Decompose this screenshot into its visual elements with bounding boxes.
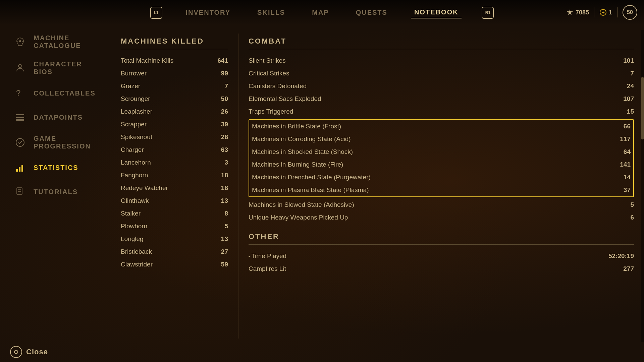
collectables-label: COLLECTABLES <box>34 89 96 97</box>
sidebar-item-collectables[interactable]: ? COLLECTABLES <box>10 82 104 104</box>
tutorials-label: TUTORIALS <box>34 188 78 196</box>
sidebar-item-game-progression[interactable]: GAME PROGRESSION <box>10 131 104 154</box>
stat-row-grazer: Grazer 7 <box>121 80 228 93</box>
stat-row-burning-fire: Machines in Burning State (Fire) 141 <box>249 158 633 171</box>
settings-button[interactable]: 50 <box>623 5 637 20</box>
stat-row-slowed-adhesive: Machines in Slowed State (Adhesive) 5 <box>249 198 634 211</box>
svg-point-7 <box>18 64 22 68</box>
machine-catalogue-label: MACHINE CATALOGUE <box>34 34 101 50</box>
stat-row-traps-triggered: Traps Triggered 15 <box>249 105 634 118</box>
stat-row-elemental-sacs: Elemental Sacs Exploded 107 <box>249 93 634 105</box>
other-title: OTHER <box>249 232 634 245</box>
stat-row-silent-strikes: Silent Strikes 101 <box>249 54 634 67</box>
game-progression-label: GAME PROGRESSION <box>34 135 101 150</box>
combat-panel: COMBAT Silent Strikes 101 Critical Strik… <box>238 30 644 342</box>
dot-marker: • <box>249 254 250 259</box>
collectables-icon: ? <box>13 86 27 100</box>
svg-rect-14 <box>19 167 20 172</box>
datapoints-icon <box>13 111 27 124</box>
nav-skills[interactable]: SKILLS <box>254 7 288 18</box>
svg-rect-15 <box>21 165 23 172</box>
stat-row-charger: Charger 63 <box>121 143 228 156</box>
stat-row-leaplasher: Leaplasher 26 <box>121 105 228 118</box>
currency-icon <box>566 9 574 16</box>
divider-2 <box>617 7 618 17</box>
sidebar: MACHINE CATALOGUE CHARACTER BIOS ? COLLE… <box>10 30 104 202</box>
divider-1 <box>594 7 594 17</box>
stat-row-glinthawk: Glinthawk 13 <box>121 194 228 207</box>
stat-row-stalker: Stalker 8 <box>121 207 228 220</box>
stat-row-redeye-watcher: Redeye Watcher 18 <box>121 182 228 194</box>
r1-button-container: R1 <box>482 7 494 19</box>
stat-row-spikesnout: Spikesnout 28 <box>121 131 228 143</box>
stat-row-corroding-acid: Machines in Corroding State (Acid) 117 <box>249 133 633 145</box>
character-bios-label: CHARACTER BIOS <box>34 60 101 76</box>
datapoints-label: DATAPOINTS <box>34 114 83 121</box>
svg-rect-10 <box>16 117 24 118</box>
premium-stat: ✦ 1 <box>599 9 612 16</box>
l1-button-container: L1 <box>150 7 162 19</box>
stat-row-drenched-purgewater: Machines in Drenched State (Purgewater) … <box>249 171 633 184</box>
sidebar-item-machine-catalogue[interactable]: MACHINE CATALOGUE <box>10 30 104 54</box>
nav-map[interactable]: MAP <box>309 7 332 18</box>
stat-row-fanghorn: Fanghorn 18 <box>121 169 228 182</box>
stat-row-campfires-lit: Campfires Lit 277 <box>249 262 634 275</box>
sidebar-item-character-bios[interactable]: CHARACTER BIOS <box>10 56 104 80</box>
r1-key[interactable]: R1 <box>482 7 494 19</box>
character-bios-icon <box>13 61 27 75</box>
svg-point-3 <box>19 40 21 42</box>
svg-text:✦: ✦ <box>601 10 605 15</box>
close-button[interactable]: Close <box>10 346 48 358</box>
stat-row-plasma-blast: Machines in Plasma Blast State (Plasma) … <box>249 184 633 196</box>
premium-value: 1 <box>609 9 612 16</box>
statistics-label: STATISTICS <box>34 164 78 172</box>
stat-row-lancehorn: Lancehorn 3 <box>121 156 228 169</box>
bottom-bar: Close <box>0 342 644 362</box>
stat-row-plowhorn: Plowhorn 5 <box>121 220 228 233</box>
game-progression-icon <box>13 136 27 149</box>
stat-row-total-machine-kills: Total Machine Kills 641 <box>121 54 228 67</box>
stat-row-shocked-shock: Machines in Shocked State (Shock) 64 <box>249 145 633 158</box>
level-value: 50 <box>627 9 633 15</box>
currency-stat: 7085 <box>566 9 589 16</box>
stat-row-unique-heavy-weapons: Unique Heavy Weapons Picked Up 6 <box>249 211 634 224</box>
stat-row-scrapper: Scrapper 39 <box>121 118 228 131</box>
svg-text:?: ? <box>16 88 20 98</box>
stat-row-burrower: Burrower 99 <box>121 67 228 80</box>
top-navigation: L1 INVENTORY SKILLS MAP QUESTS NOTEBOOK … <box>0 0 644 25</box>
currency-value: 7085 <box>576 9 589 16</box>
scrollbar-track[interactable] <box>641 30 644 342</box>
machines-killed-title: MACHINES KILLED <box>121 37 228 49</box>
close-label: Close <box>26 348 48 356</box>
l1-key[interactable]: L1 <box>150 7 162 19</box>
statistics-icon <box>13 161 27 174</box>
main-content: MACHINES KILLED Total Machine Kills 641 … <box>111 30 644 342</box>
sidebar-item-datapoints[interactable]: DATAPOINTS <box>10 107 104 128</box>
machine-catalogue-icon <box>13 35 27 49</box>
stat-row-canisters-detonated: Canisters Detonated 24 <box>249 80 634 93</box>
sidebar-item-tutorials[interactable]: TUTORIALS <box>10 181 104 202</box>
nav-inventory[interactable]: INVENTORY <box>182 7 234 18</box>
sidebar-item-statistics[interactable]: STATISTICS <box>10 157 104 178</box>
stat-row-brittle-frost: Machines in Brittle State (Frost) 66 <box>249 120 633 133</box>
premium-icon: ✦ <box>599 9 607 16</box>
scrollbar-thumb <box>641 77 644 139</box>
top-right-stats: 7085 ✦ 1 50 <box>566 5 637 20</box>
stat-row-scrounger: Scrounger 50 <box>121 93 228 105</box>
stat-row-time-played: •Time Played 52:20:19 <box>249 250 634 262</box>
svg-marker-0 <box>567 9 573 15</box>
stat-row-bristleback: Bristleback 27 <box>121 245 228 258</box>
nav-notebook[interactable]: NOTEBOOK <box>411 7 462 18</box>
close-circle-icon <box>10 346 22 358</box>
stat-row-critical-strikes: Critical Strikes 7 <box>249 67 634 80</box>
nav-quests[interactable]: QUESTS <box>353 7 391 18</box>
stat-row-longleg: Longleg 13 <box>121 233 228 245</box>
highlighted-states-group: Machines in Brittle State (Frost) 66 Mac… <box>249 119 634 197</box>
svg-rect-11 <box>16 119 24 121</box>
svg-rect-16 <box>17 188 22 194</box>
stat-row-clawstrider: Clawstrider 59 <box>121 258 228 271</box>
svg-rect-13 <box>16 169 18 172</box>
tutorials-icon <box>13 185 27 198</box>
close-inner-icon <box>14 350 18 354</box>
svg-rect-9 <box>16 114 24 115</box>
